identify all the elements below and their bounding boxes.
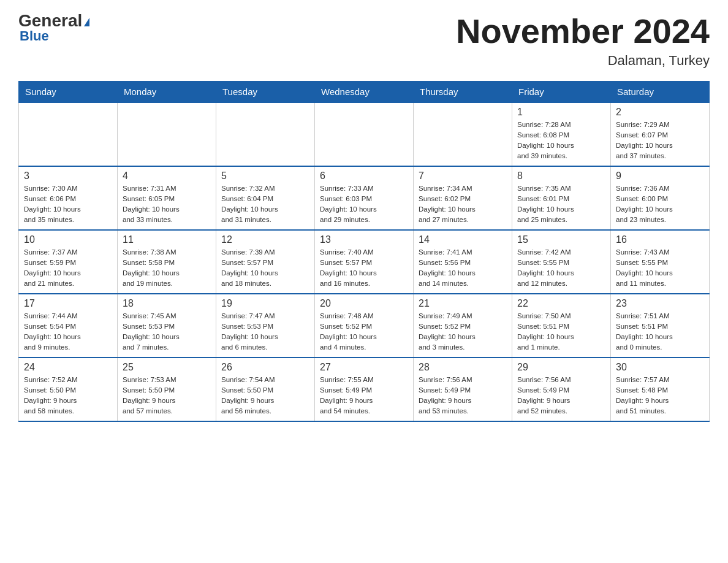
day-info: Sunrise: 7:56 AM Sunset: 5:49 PM Dayligh… — [517, 375, 605, 417]
calendar-cell: 5Sunrise: 7:32 AM Sunset: 6:04 PM Daylig… — [216, 166, 315, 230]
location: Dalaman, Turkey — [456, 53, 710, 69]
calendar-cell: 3Sunrise: 7:30 AM Sunset: 6:06 PM Daylig… — [19, 166, 118, 230]
day-number: 17 — [24, 298, 112, 309]
day-info: Sunrise: 7:50 AM Sunset: 5:51 PM Dayligh… — [517, 311, 605, 353]
day-number: 28 — [419, 362, 507, 373]
day-info: Sunrise: 7:30 AM Sunset: 6:06 PM Dayligh… — [24, 183, 112, 226]
day-info: Sunrise: 7:55 AM Sunset: 5:49 PM Dayligh… — [320, 375, 408, 417]
calendar-header-sunday: Sunday — [19, 81, 118, 102]
calendar-cell: 2Sunrise: 7:29 AM Sunset: 6:07 PM Daylig… — [611, 102, 710, 166]
day-number: 18 — [123, 298, 211, 309]
calendar-cell: 29Sunrise: 7:56 AM Sunset: 5:49 PM Dayli… — [512, 358, 611, 421]
day-number: 24 — [24, 362, 112, 373]
calendar-header-friday: Friday — [512, 81, 611, 102]
day-number: 2 — [616, 107, 704, 118]
calendar-cell — [315, 102, 414, 166]
day-number: 1 — [517, 107, 605, 118]
day-info: Sunrise: 7:29 AM Sunset: 6:07 PM Dayligh… — [616, 120, 704, 162]
calendar-week-row: 10Sunrise: 7:37 AM Sunset: 5:59 PM Dayli… — [19, 230, 710, 294]
day-number: 20 — [320, 298, 408, 309]
calendar-cell: 24Sunrise: 7:52 AM Sunset: 5:50 PM Dayli… — [19, 358, 118, 421]
calendar-header-tuesday: Tuesday — [216, 81, 315, 102]
calendar-cell: 17Sunrise: 7:44 AM Sunset: 5:54 PM Dayli… — [19, 294, 118, 358]
day-number: 30 — [616, 362, 704, 373]
day-number: 25 — [123, 362, 211, 373]
day-info: Sunrise: 7:28 AM Sunset: 6:08 PM Dayligh… — [517, 120, 605, 162]
calendar-cell: 20Sunrise: 7:48 AM Sunset: 5:52 PM Dayli… — [315, 294, 414, 358]
title-section: November 2024 Dalaman, Turkey — [456, 12, 710, 69]
day-info: Sunrise: 7:32 AM Sunset: 6:04 PM Dayligh… — [221, 183, 309, 226]
day-number: 8 — [517, 170, 605, 182]
day-info: Sunrise: 7:43 AM Sunset: 5:55 PM Dayligh… — [616, 247, 704, 289]
day-info: Sunrise: 7:52 AM Sunset: 5:50 PM Dayligh… — [24, 375, 112, 417]
calendar-cell: 10Sunrise: 7:37 AM Sunset: 5:59 PM Dayli… — [19, 230, 118, 294]
day-info: Sunrise: 7:57 AM Sunset: 5:48 PM Dayligh… — [616, 375, 704, 417]
day-number: 23 — [616, 298, 704, 309]
day-info: Sunrise: 7:35 AM Sunset: 6:01 PM Dayligh… — [517, 183, 605, 226]
day-number: 13 — [320, 234, 408, 245]
day-number: 19 — [221, 298, 309, 309]
calendar-cell: 11Sunrise: 7:38 AM Sunset: 5:58 PM Dayli… — [118, 230, 216, 294]
logo: General Blue — [18, 12, 89, 44]
calendar-cell: 15Sunrise: 7:42 AM Sunset: 5:55 PM Dayli… — [512, 230, 611, 294]
day-info: Sunrise: 7:51 AM Sunset: 5:51 PM Dayligh… — [616, 311, 704, 353]
calendar-week-row: 1Sunrise: 7:28 AM Sunset: 6:08 PM Daylig… — [19, 102, 710, 166]
logo-general: General — [18, 12, 89, 29]
page-header: General Blue November 2024 Dalaman, Turk… — [18, 12, 710, 69]
calendar-cell: 6Sunrise: 7:33 AM Sunset: 6:03 PM Daylig… — [315, 166, 414, 230]
day-info: Sunrise: 7:41 AM Sunset: 5:56 PM Dayligh… — [419, 247, 507, 289]
calendar-header-saturday: Saturday — [611, 81, 710, 102]
calendar-cell — [19, 102, 118, 166]
calendar-cell: 8Sunrise: 7:35 AM Sunset: 6:01 PM Daylig… — [512, 166, 611, 230]
day-number: 22 — [517, 298, 605, 309]
logo-blue: Blue — [18, 28, 49, 44]
calendar-cell: 28Sunrise: 7:56 AM Sunset: 5:49 PM Dayli… — [414, 358, 512, 421]
calendar-header-row: SundayMondayTuesdayWednesdayThursdayFrid… — [19, 81, 710, 102]
calendar-cell: 25Sunrise: 7:53 AM Sunset: 5:50 PM Dayli… — [118, 358, 216, 421]
calendar-cell: 18Sunrise: 7:45 AM Sunset: 5:53 PM Dayli… — [118, 294, 216, 358]
day-number: 11 — [123, 234, 211, 245]
calendar-cell: 23Sunrise: 7:51 AM Sunset: 5:51 PM Dayli… — [611, 294, 710, 358]
calendar-cell — [216, 102, 315, 166]
calendar-cell: 19Sunrise: 7:47 AM Sunset: 5:53 PM Dayli… — [216, 294, 315, 358]
day-number: 21 — [419, 298, 507, 309]
calendar-cell: 13Sunrise: 7:40 AM Sunset: 5:57 PM Dayli… — [315, 230, 414, 294]
day-info: Sunrise: 7:37 AM Sunset: 5:59 PM Dayligh… — [24, 247, 112, 289]
day-number: 9 — [616, 170, 704, 182]
day-info: Sunrise: 7:31 AM Sunset: 6:05 PM Dayligh… — [123, 183, 211, 226]
day-number: 4 — [123, 170, 211, 182]
day-number: 16 — [616, 234, 704, 245]
calendar-header-monday: Monday — [118, 81, 216, 102]
calendar-header-wednesday: Wednesday — [315, 81, 414, 102]
day-number: 15 — [517, 234, 605, 245]
calendar-cell: 22Sunrise: 7:50 AM Sunset: 5:51 PM Dayli… — [512, 294, 611, 358]
day-info: Sunrise: 7:53 AM Sunset: 5:50 PM Dayligh… — [123, 375, 211, 417]
day-info: Sunrise: 7:33 AM Sunset: 6:03 PM Dayligh… — [320, 183, 408, 226]
calendar-week-row: 24Sunrise: 7:52 AM Sunset: 5:50 PM Dayli… — [19, 358, 710, 421]
calendar-header-thursday: Thursday — [414, 81, 512, 102]
day-number: 12 — [221, 234, 309, 245]
day-info: Sunrise: 7:47 AM Sunset: 5:53 PM Dayligh… — [221, 311, 309, 353]
day-info: Sunrise: 7:36 AM Sunset: 6:00 PM Dayligh… — [616, 183, 704, 226]
calendar-cell: 14Sunrise: 7:41 AM Sunset: 5:56 PM Dayli… — [414, 230, 512, 294]
calendar-cell: 9Sunrise: 7:36 AM Sunset: 6:00 PM Daylig… — [611, 166, 710, 230]
day-info: Sunrise: 7:48 AM Sunset: 5:52 PM Dayligh… — [320, 311, 408, 353]
day-number: 27 — [320, 362, 408, 373]
day-number: 7 — [419, 170, 507, 182]
calendar-cell: 16Sunrise: 7:43 AM Sunset: 5:55 PM Dayli… — [611, 230, 710, 294]
calendar-week-row: 17Sunrise: 7:44 AM Sunset: 5:54 PM Dayli… — [19, 294, 710, 358]
calendar-cell: 26Sunrise: 7:54 AM Sunset: 5:50 PM Dayli… — [216, 358, 315, 421]
calendar-cell: 21Sunrise: 7:49 AM Sunset: 5:52 PM Dayli… — [414, 294, 512, 358]
day-number: 10 — [24, 234, 112, 245]
calendar-cell: 1Sunrise: 7:28 AM Sunset: 6:08 PM Daylig… — [512, 102, 611, 166]
day-info: Sunrise: 7:44 AM Sunset: 5:54 PM Dayligh… — [24, 311, 112, 353]
day-number: 6 — [320, 170, 408, 182]
day-number: 26 — [221, 362, 309, 373]
day-number: 29 — [517, 362, 605, 373]
calendar-cell — [414, 102, 512, 166]
day-number: 5 — [221, 170, 309, 182]
day-info: Sunrise: 7:42 AM Sunset: 5:55 PM Dayligh… — [517, 247, 605, 289]
calendar-cell: 7Sunrise: 7:34 AM Sunset: 6:02 PM Daylig… — [414, 166, 512, 230]
day-info: Sunrise: 7:38 AM Sunset: 5:58 PM Dayligh… — [123, 247, 211, 289]
month-title: November 2024 — [456, 12, 710, 50]
